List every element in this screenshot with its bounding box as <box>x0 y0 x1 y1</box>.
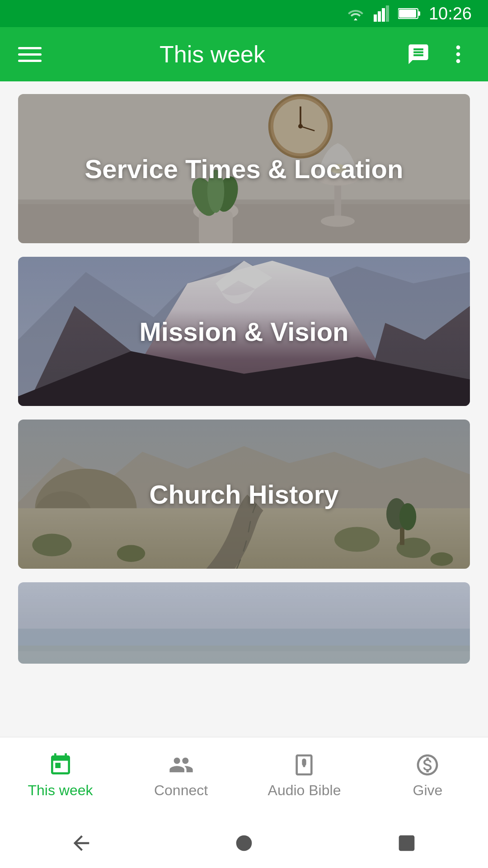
give-icon <box>415 752 440 778</box>
connect-icon <box>169 752 194 778</box>
svg-rect-52 <box>399 835 415 851</box>
card-church-history[interactable]: Church History <box>18 420 470 569</box>
status-bar: 10:26 <box>0 0 488 27</box>
card-overlay-fourth <box>18 582 470 664</box>
main-content: Service Times & Location <box>0 81 488 737</box>
bible-icon <box>291 752 317 778</box>
system-nav <box>0 818 488 868</box>
calendar-icon <box>48 752 73 778</box>
svg-rect-3 <box>386 5 389 22</box>
bottom-navigation: This week Connect Audio Bible Give <box>0 737 488 818</box>
svg-point-51 <box>236 835 252 851</box>
card-service-times[interactable]: Service Times & Location <box>18 94 470 243</box>
svg-rect-2 <box>382 8 385 22</box>
nav-this-week-label: This week <box>28 782 93 799</box>
svg-point-7 <box>456 46 460 50</box>
home-button[interactable] <box>232 831 256 855</box>
more-vertical-icon[interactable] <box>446 42 470 66</box>
svg-point-8 <box>456 52 460 57</box>
app-bar-actions <box>407 42 470 66</box>
nav-connect-label: Connect <box>154 782 208 799</box>
card-mission-vision[interactable]: Mission & Vision <box>18 257 470 406</box>
card-title-service-times: Service Times & Location <box>18 94 470 243</box>
recent-button[interactable] <box>395 831 418 855</box>
signal-icon <box>374 5 390 22</box>
chat-icon[interactable] <box>407 42 430 66</box>
status-time: 10:26 <box>429 4 472 24</box>
wifi-icon <box>346 6 366 21</box>
battery-icon <box>398 7 421 20</box>
nav-give-label: Give <box>413 782 443 799</box>
nav-audio-bible[interactable]: Audio Bible <box>268 752 341 799</box>
app-bar: This week <box>0 27 488 81</box>
card-fourth[interactable] <box>18 582 470 664</box>
card-title-mission-vision: Mission & Vision <box>18 257 470 406</box>
svg-rect-0 <box>374 14 377 22</box>
card-title-church-history: Church History <box>18 420 470 569</box>
page-title: This week <box>18 41 407 68</box>
back-button[interactable] <box>70 831 93 855</box>
svg-rect-1 <box>378 11 381 22</box>
nav-audio-bible-label: Audio Bible <box>268 782 341 799</box>
svg-rect-6 <box>399 9 416 18</box>
nav-connect[interactable]: Connect <box>147 752 215 799</box>
svg-point-9 <box>456 59 460 63</box>
svg-rect-5 <box>418 11 420 16</box>
nav-this-week[interactable]: This week <box>27 752 94 799</box>
nav-give[interactable]: Give <box>394 752 461 799</box>
